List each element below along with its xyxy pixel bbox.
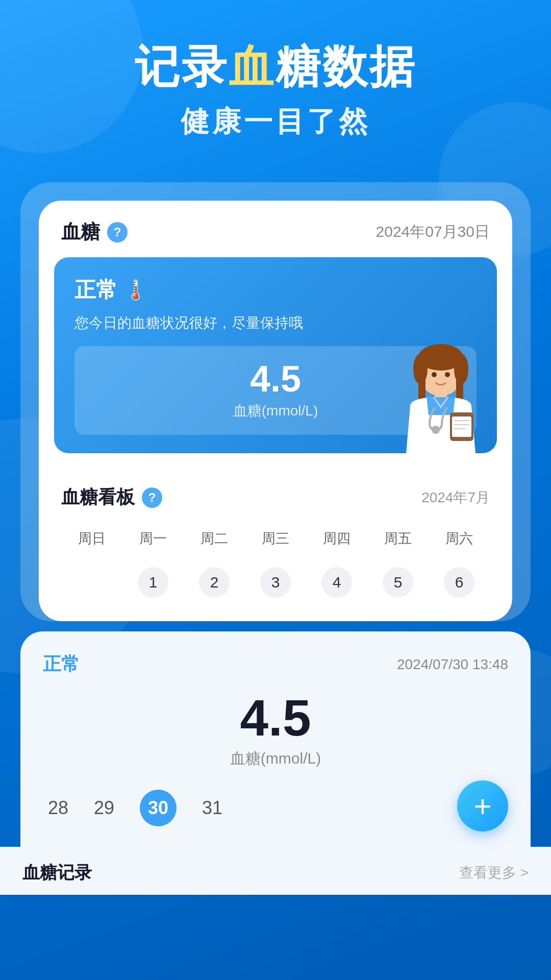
week-label-sat: 周六 — [429, 525, 490, 552]
detail-datetime: 2024/07/30 13:48 — [397, 656, 508, 673]
status-label: 正常 🌡️ — [74, 276, 477, 304]
date-29[interactable]: 29 — [94, 797, 114, 819]
plus-icon: + — [473, 789, 491, 824]
svg-point-7 — [432, 426, 440, 434]
phone-card: 血糖 ? 2024年07月30日 正常 🌡️ 您今日的血糖状况很好，尽量保持哦 … — [20, 182, 531, 621]
date-28[interactable]: 28 — [48, 797, 68, 819]
date-cell-5[interactable]: 5 — [367, 560, 429, 605]
date-row: 1 2 3 4 5 6 — [61, 560, 490, 605]
date-num-1[interactable]: 1 — [138, 567, 168, 598]
svg-point-14 — [445, 372, 450, 377]
week-label-mon: 周一 — [122, 525, 184, 552]
record-footer: 血糖记录 查看更多 > — [0, 847, 551, 895]
date-num-2[interactable]: 2 — [199, 567, 230, 598]
card-date: 2024年07月30日 — [376, 222, 490, 242]
week-label-fri: 周五 — [367, 525, 429, 552]
record-footer-title: 血糖记录 — [22, 861, 92, 885]
hero-title-highlight: 血 — [229, 41, 276, 92]
card-title: 血糖 — [61, 219, 100, 245]
hero-subtitle: 健康一目了然 — [20, 103, 531, 141]
status-description: 您今日的血糖状况很好，尽量保持哦 — [74, 312, 319, 334]
help-icon-blood-sugar[interactable]: ? — [107, 222, 128, 242]
detail-big-num: 4.5 — [43, 692, 508, 743]
week-label-tue: 周二 — [184, 525, 245, 552]
calendar-header-left: 血糖看板 ? — [61, 485, 162, 510]
calendar-month: 2024年7月 — [421, 488, 490, 507]
date-cell-empty — [61, 560, 122, 605]
date-strip: 28 29 30 31 + — [43, 790, 508, 826]
date-num-6[interactable]: 6 — [444, 567, 474, 598]
week-label-sun: 周日 — [61, 525, 122, 552]
detail-section: 正常 2024/07/30 13:48 4.5 血糖(mmol/L) 28 29… — [20, 631, 531, 847]
date-cell-3[interactable]: 3 — [245, 560, 306, 605]
week-row: 周日 周一 周二 周三 周四 周五 周六 — [61, 525, 490, 552]
week-label-wed: 周三 — [245, 525, 306, 552]
doctor-avatar — [390, 341, 492, 453]
week-label-thu: 周四 — [306, 525, 367, 552]
svg-rect-9 — [452, 416, 471, 437]
thermometer-icon: 🌡️ — [123, 279, 147, 301]
date-num-5[interactable]: 5 — [383, 567, 413, 598]
calendar-section: 血糖看板 ? 2024年7月 周日 周一 周二 周三 周四 周五 周六 1 — [39, 469, 512, 621]
detail-value-container: 4.5 — [43, 692, 508, 743]
calendar-header: 血糖看板 ? 2024年7月 — [61, 485, 490, 510]
card-header-left: 血糖 ? — [61, 219, 128, 245]
svg-point-13 — [432, 372, 437, 377]
date-num-3[interactable]: 3 — [260, 567, 291, 598]
card-header: 血糖 ? 2024年07月30日 — [39, 201, 512, 257]
date-cell-2[interactable]: 2 — [184, 560, 245, 605]
status-banner: 正常 🌡️ 您今日的血糖状况很好，尽量保持哦 4.5 血糖(mmol/L) — [54, 257, 497, 453]
calendar-title: 血糖看板 — [61, 485, 135, 510]
date-cell-4[interactable]: 4 — [306, 560, 367, 605]
hero-title-part2: 糖数据 — [276, 41, 416, 92]
date-num-4[interactable]: 4 — [321, 567, 352, 598]
date-30-active[interactable]: 30 — [140, 790, 177, 826]
detail-unit: 血糖(mmol/L) — [43, 748, 508, 769]
detail-status: 正常 — [43, 652, 80, 677]
date-cell-1[interactable]: 1 — [122, 560, 184, 605]
hero-section: 记录血糖数据 健康一目了然 — [0, 0, 551, 172]
add-record-button[interactable]: + — [457, 780, 508, 831]
view-more-link[interactable]: 查看更多 > — [459, 863, 529, 883]
date-31[interactable]: 31 — [202, 797, 222, 819]
status-text: 正常 — [74, 276, 117, 304]
hero-title-part1: 记录 — [135, 41, 229, 92]
date-cell-6[interactable]: 6 — [429, 560, 490, 605]
help-icon-calendar[interactable]: ? — [142, 487, 162, 508]
hero-title: 记录血糖数据 — [20, 41, 531, 92]
detail-header: 正常 2024/07/30 13:48 — [43, 652, 508, 677]
inner-card: 血糖 ? 2024年07月30日 正常 🌡️ 您今日的血糖状况很好，尽量保持哦 … — [39, 201, 512, 621]
